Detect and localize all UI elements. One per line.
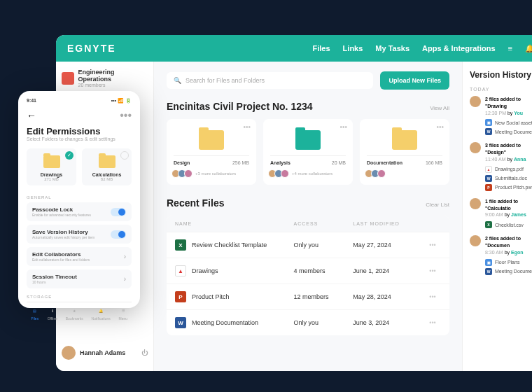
file-row[interactable]: ▲Drawings 4 members June 1, 2024 ••• — [167, 258, 449, 284]
vh-title: Version History — [470, 70, 532, 80]
file-modified: May 27, 2024 — [353, 241, 424, 248]
mobile-overlay: 9:41 ••• 📶 🔋 ← ••• Edit Permissions Sele… — [18, 91, 140, 308]
vh-file[interactable]: XChecklist.csv — [485, 221, 532, 228]
workspace-members: 20 members — [78, 83, 148, 88]
row-menu-icon[interactable]: ••• — [424, 241, 441, 248]
vh-file[interactable]: WMeeting Documents — [485, 268, 532, 275]
csv-icon: X — [485, 221, 492, 228]
tab-offline[interactable]: ⬇ Offline — [48, 307, 57, 321]
power-icon[interactable]: ⏻ — [141, 349, 148, 356]
file-access: Only you — [294, 319, 354, 326]
vh-file[interactable]: PProduct Pitch.pwtx — [485, 184, 532, 191]
file-access: 4 members — [294, 267, 354, 274]
nav-tasks[interactable]: My Tasks — [375, 44, 410, 52]
mobile-folder-card[interactable]: Calculations 82 MB — [82, 148, 132, 186]
row-menu-icon[interactable]: ••• — [424, 319, 441, 326]
vh-file[interactable]: ▲Drawings.pdf — [485, 166, 532, 173]
tab-icon: ▤ — [31, 307, 39, 315]
chevron-right-icon[interactable]: › — [124, 253, 126, 260]
col-modified: LAST MODIFIED — [353, 221, 424, 226]
tab-icon: ⬇ — [48, 307, 57, 315]
toggle[interactable] — [111, 230, 126, 239]
folder-icon — [295, 130, 321, 150]
file-name: Drawings — [192, 267, 218, 274]
row-menu-icon[interactable]: ••• — [424, 293, 441, 300]
file-name: Review Checklist Template — [192, 241, 267, 248]
chevron-right-icon[interactable]: › — [124, 275, 126, 283]
vh-item: 2 files added to "Drawing12:30 PM by You — [470, 96, 532, 116]
doc-icon: W — [485, 128, 492, 135]
avatar — [470, 235, 481, 246]
back-icon[interactable]: ← — [27, 110, 36, 121]
folder-card[interactable]: ••• Documentation166 MB — [360, 119, 449, 185]
current-user[interactable]: Hannah Adams ⏻ — [62, 342, 148, 364]
mobile-folder-row: ✓ Drawings 271 MB Calculations 82 MB — [27, 148, 132, 186]
nav-links[interactable]: Links — [343, 44, 363, 52]
setting-row[interactable]: Session Timeout10 hours › — [27, 270, 132, 288]
file-row[interactable]: XReview Checklist Template Only you May … — [167, 232, 449, 258]
radio-icon — [120, 151, 129, 160]
vh-today-label: TODAY — [470, 87, 532, 92]
folder-card[interactable]: ••• Analysis20 MB +4 more collaborators — [263, 119, 353, 185]
tab-menu[interactable]: ☰ Menu — [119, 307, 128, 321]
vh-file[interactable]: ▣New Social assets — [485, 119, 532, 126]
mobile-tabbar: ▤ Files ⬇ Offline ★ Bookmarks 🔔 Notifica… — [27, 302, 132, 321]
view-all-link[interactable]: View All — [430, 105, 449, 111]
folder-name: Design — [174, 160, 190, 165]
avatar — [470, 142, 481, 153]
vh-file[interactable]: ▣Floor Plans — [485, 259, 532, 266]
mobile-folder-card[interactable]: ✓ Drawings 271 MB — [27, 148, 76, 186]
avatar — [62, 346, 76, 360]
toggle[interactable] — [111, 208, 126, 216]
topbar: EGNYTE Files Links My Tasks Apps & Integ… — [56, 35, 532, 62]
search-input[interactable]: 🔍 Search for Files and Folders — [167, 72, 373, 89]
recent-files-table: NAME ACCESS LAST MODIFIED XReview Checkl… — [167, 216, 449, 335]
vh-file[interactable]: WSubmittals.doc — [485, 175, 532, 182]
folder-menu-icon[interactable]: ••• — [436, 123, 444, 131]
doc-icon: W — [485, 175, 492, 182]
avatar — [470, 96, 481, 107]
vh-file[interactable]: WMeeting Documenta — [485, 128, 532, 135]
avatar — [470, 198, 481, 209]
file-access: 12 members — [294, 293, 354, 300]
clear-list-link[interactable]: Clear List — [426, 202, 449, 208]
nav-apps[interactable]: Apps & Integrations — [422, 44, 496, 52]
workspace-icon — [62, 72, 74, 85]
tab-bookmarks[interactable]: ★ Bookmarks — [66, 307, 83, 321]
main-content: 🔍 Search for Files and Folders Upload Ne… — [154, 62, 462, 371]
folder-menu-icon[interactable]: ••• — [243, 123, 251, 131]
file-row[interactable]: WMeeting Documentation Only you June 3, … — [167, 309, 449, 335]
project-title: Encinitas Civil Project No. 1234 — [167, 101, 313, 112]
ppt-icon: P — [175, 291, 186, 302]
workspace-selector[interactable]: Engineering Operations 20 members — [62, 69, 148, 88]
folder-icon — [199, 130, 224, 150]
file-row[interactable]: PProduct Pitch 12 members May 28, 2024 •… — [167, 284, 449, 309]
upload-button[interactable]: Upload New Files — [380, 71, 449, 90]
tab-files[interactable]: ▤ Files — [31, 307, 39, 321]
setting-row[interactable]: Passcode LockEnable for advanced securit… — [27, 202, 132, 221]
menu-icon[interactable]: ≡ — [508, 44, 512, 52]
section-general: GENERAL — [27, 195, 132, 200]
folder-grid: ••• Design256 MB +3 more collaborators •… — [167, 119, 449, 185]
doc-icon: W — [175, 317, 186, 328]
bell-icon[interactable]: 🔔 — [525, 44, 532, 53]
folder-size: 256 MB — [232, 160, 249, 165]
more-icon[interactable]: ••• — [120, 109, 132, 122]
folder-menu-icon[interactable]: ••• — [340, 123, 347, 131]
pdf-icon: ▲ — [485, 166, 492, 173]
section-storage: STORAGE — [27, 295, 132, 299]
pdf-icon: ▲ — [175, 265, 186, 276]
version-history-panel: Version History TODAY 2 files added to "… — [462, 62, 532, 371]
nav-files[interactable]: Files — [313, 44, 330, 52]
folder-card[interactable]: ••• Design256 MB +3 more collaborators — [167, 119, 256, 185]
brand-logo: EGNYTE — [67, 43, 116, 54]
mobile-subtitle: Select Folders to changes & edit setting… — [27, 136, 132, 141]
setting-row[interactable]: Save Version HistoryAutomatically saves … — [27, 225, 132, 244]
row-menu-icon[interactable]: ••• — [424, 267, 441, 274]
tab-icon: ☰ — [119, 307, 127, 315]
doc-icon: W — [485, 268, 492, 275]
tab-icon: ★ — [70, 307, 78, 315]
setting-row[interactable]: Edit CollaboratorsEdit collaborators for… — [27, 247, 132, 266]
tab-notifications[interactable]: 🔔 Notifications — [92, 307, 111, 321]
col-access: ACCESS — [294, 221, 354, 226]
